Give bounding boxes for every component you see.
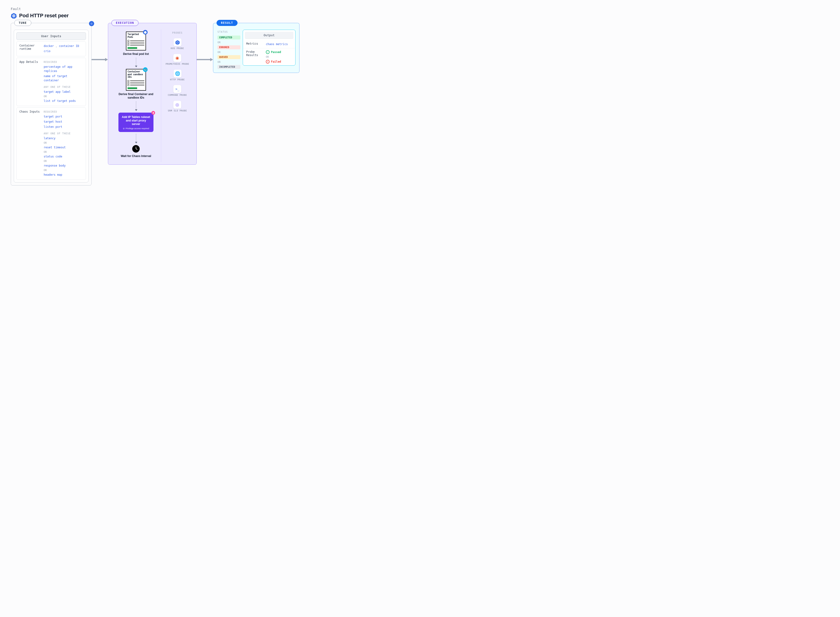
probe-results-label: Probe Results bbox=[246, 50, 264, 63]
page-header: Fault Pod HTTP reset peer bbox=[11, 7, 829, 19]
value-container-id: container ID bbox=[56, 44, 79, 48]
kubernetes-icon bbox=[143, 30, 147, 35]
container-runtime-box: Container runtime docker container ID cr… bbox=[16, 41, 86, 56]
required-label: REQUIRED bbox=[44, 111, 83, 113]
value-listen-port: listen port bbox=[44, 125, 83, 129]
value-target-container: name of target container bbox=[44, 74, 83, 83]
value-response-body: response body bbox=[44, 164, 83, 168]
status-title: STATUS bbox=[218, 31, 240, 33]
step-derive-container-ids: Derive final Container and sandbox IDs bbox=[116, 93, 156, 99]
probe-label: COMMAND PROBE bbox=[168, 94, 187, 96]
result-failed: ✕ Failed bbox=[266, 60, 292, 63]
network-icon: ◆ bbox=[151, 111, 155, 115]
svg-marker-9 bbox=[105, 58, 108, 61]
doc-title: Container and sandbox IDs bbox=[127, 69, 146, 79]
output-metrics-row: Metrics chaos metrics bbox=[243, 40, 295, 48]
value-reset-timeout: reset timeout bbox=[44, 145, 83, 149]
any-one-label: ANY ONE OF THESE bbox=[44, 86, 83, 88]
kubernetes-icon bbox=[11, 13, 17, 19]
tune-section: TUNE User Inputs Container runtime docke… bbox=[11, 23, 91, 186]
value-target-host: target host bbox=[44, 120, 83, 124]
result-panel: RESULT STATUS COMPLETED OR ERRORED OR QU… bbox=[213, 23, 299, 73]
prometheus-icon: ◉ bbox=[173, 54, 181, 62]
action-subtitle: ⊘Privilege access required bbox=[121, 127, 151, 130]
failed-label: Failed bbox=[271, 60, 281, 63]
globe-icon: 🌐 bbox=[174, 69, 181, 78]
any-one-label: ANY ONE OF THESE bbox=[44, 132, 83, 135]
svg-marker-12 bbox=[90, 22, 93, 25]
svg-marker-14 bbox=[144, 31, 146, 34]
svg-marker-11 bbox=[210, 58, 213, 61]
tune-section-label: TUNE bbox=[14, 20, 31, 26]
probe-srm-slo: ◎ SRM SLO PROBE bbox=[168, 101, 187, 112]
passed-label: Passed bbox=[271, 50, 281, 54]
output-column: Output Metrics chaos metrics Probe Resul… bbox=[242, 30, 296, 70]
value-latency: latency bbox=[44, 136, 83, 140]
user-inputs-card: User Inputs Container runtime docker con… bbox=[14, 30, 88, 183]
arrow-down-icon bbox=[136, 101, 136, 111]
container-runtime-values: docker container ID bbox=[44, 44, 83, 48]
status-column: STATUS COMPLETED OR ERRORED OR QUEUED OR… bbox=[216, 30, 242, 70]
status-queued: QUEUED bbox=[218, 55, 240, 59]
metrics-label: Metrics bbox=[246, 42, 264, 46]
container-ids-doc: 🐳 Container and sandbox IDs bbox=[126, 69, 146, 91]
container-runtime-label: Container runtime bbox=[19, 44, 41, 53]
check-circle-icon: ✓ bbox=[266, 50, 270, 54]
step-wait-chaos-interval: Wait for Chaos Interval bbox=[121, 154, 151, 158]
execution-flow: Targeted Pods Derive final pod list 🐳 Co… bbox=[111, 30, 161, 162]
chaos-inputs-box: Chaos Inputs REQUIRED target port target… bbox=[16, 108, 86, 180]
action-iptables: ◆ Add IP Tables ruleset and start proxy … bbox=[118, 113, 153, 132]
arrow-exec-to-result bbox=[197, 58, 213, 61]
x-circle-icon: ✕ bbox=[266, 60, 270, 63]
result-passed: ✓ Passed bbox=[266, 50, 292, 54]
output-card: Output Metrics chaos metrics Probe Resul… bbox=[243, 30, 296, 66]
svg-marker-15 bbox=[175, 40, 180, 44]
value-crio: crio bbox=[44, 49, 83, 53]
value-pct-replicas: percentage of app replicas bbox=[44, 65, 83, 73]
kubernetes-badge-icon bbox=[89, 21, 94, 26]
probe-label: HTTP PROBE bbox=[170, 78, 185, 81]
page-title: Pod HTTP reset peer bbox=[19, 13, 69, 19]
kubernetes-icon bbox=[174, 38, 181, 46]
docker-icon: 🐳 bbox=[143, 67, 147, 72]
probe-label: PROMETHEUS PROBE bbox=[166, 63, 189, 65]
arrow-down-icon bbox=[136, 58, 136, 67]
result-section-label: RESULT bbox=[217, 20, 237, 26]
diagram: TUNE User Inputs Container runtime docke… bbox=[11, 23, 829, 186]
result-section: RESULT STATUS COMPLETED OR ERRORED OR QU… bbox=[213, 23, 299, 73]
probe-label: SRM SLO PROBE bbox=[168, 109, 187, 112]
doc-title: Targeted Pods bbox=[127, 32, 146, 39]
value-headers-map: headers map bbox=[44, 173, 83, 177]
probe-label: K8S PROBE bbox=[171, 47, 184, 50]
probes-list: PROBES K8S PROBE ◉ PROMETHEUS PROBE 🌐 HT… bbox=[161, 30, 194, 162]
user-inputs-title: User Inputs bbox=[16, 32, 86, 40]
output-probe-results-row: Probe Results ✓ Passed OR ✕ Failed bbox=[243, 48, 295, 65]
slo-icon: ◎ bbox=[173, 101, 181, 109]
status-errored: ERRORED bbox=[218, 45, 240, 49]
probe-k8s: K8S PROBE bbox=[171, 38, 184, 50]
execution-panel: EXECUTION Targeted Pods Derive final pod… bbox=[108, 23, 197, 165]
or-label: OR bbox=[218, 61, 240, 63]
execution-section: EXECUTION Targeted Pods Derive final pod… bbox=[108, 23, 197, 165]
metrics-value: chaos metrics bbox=[266, 42, 292, 46]
required-label: REQUIRED bbox=[44, 61, 83, 63]
value-docker: docker bbox=[44, 44, 54, 48]
status-completed: COMPLETED bbox=[218, 35, 240, 40]
or-label: OR bbox=[44, 141, 83, 145]
probe-prometheus: ◉ PROMETHEUS PROBE bbox=[166, 54, 189, 65]
or-label: OR bbox=[44, 151, 83, 154]
or-label: OR bbox=[218, 41, 240, 44]
or-label: OR bbox=[44, 169, 83, 172]
probes-title: PROBES bbox=[172, 31, 183, 34]
value-target-port: target port bbox=[44, 115, 83, 119]
status-incompleted: INCOMPLETED bbox=[218, 65, 240, 69]
tune-panel: TUNE User Inputs Container runtime docke… bbox=[11, 23, 91, 186]
clock-icon bbox=[132, 145, 140, 152]
step-derive-pod-list: Derive final pod list bbox=[123, 52, 149, 56]
chaos-inputs-label: Chaos Inputs bbox=[19, 110, 41, 177]
value-list-target-pods: list of target pods bbox=[44, 99, 83, 103]
breadcrumb: Fault bbox=[11, 7, 829, 11]
arrow-down-icon bbox=[136, 134, 136, 143]
or-label: OR bbox=[44, 159, 83, 162]
value-target-app-label: target app label bbox=[44, 90, 83, 94]
